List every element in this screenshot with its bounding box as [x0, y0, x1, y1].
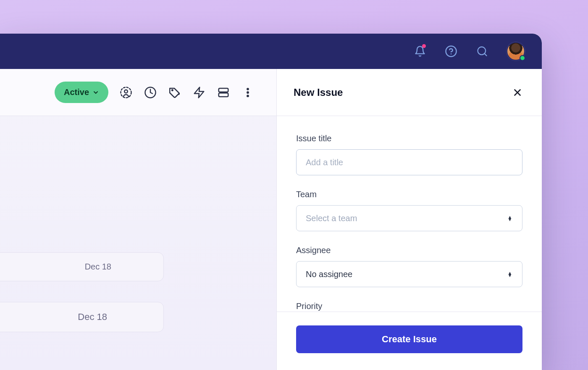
team-select-value: Select a team	[306, 214, 357, 223]
notifications-button[interactable]	[413, 45, 427, 58]
app-window: Active Dec 18 Dec 18 New Issue	[0, 34, 542, 370]
team-select[interactable]: Select a team ▲▼	[296, 205, 522, 231]
new-issue-panel: New Issue Issue title Team Select a team…	[276, 69, 542, 370]
card-date: Dec 18	[2, 312, 153, 322]
bolt-icon	[193, 86, 205, 99]
top-navbar	[0, 34, 542, 69]
panel-header: New Issue	[277, 69, 542, 116]
panel-body: Issue title Team Select a team ▲▼ Assign…	[277, 116, 542, 312]
team-label: Team	[296, 190, 522, 199]
issue-title-label: Issue title	[296, 134, 522, 143]
svg-point-5	[124, 90, 128, 93]
presence-dot-icon	[520, 55, 525, 61]
chevron-down-icon	[92, 89, 99, 96]
panel-title: New Issue	[294, 87, 343, 98]
panel-footer: Create Issue	[277, 312, 542, 370]
select-caret-icon: ▲▼	[507, 272, 513, 277]
close-panel-button[interactable]	[512, 87, 523, 98]
notification-dot-icon	[422, 44, 426, 48]
svg-marker-8	[194, 87, 204, 98]
list-item[interactable]: Dec 18	[0, 252, 164, 281]
assignee-label: Assignee	[296, 246, 522, 255]
issue-title-field: Issue title	[296, 134, 522, 175]
help-icon	[445, 45, 457, 58]
person-dashed-icon	[120, 86, 132, 99]
filter-active-chip[interactable]: Active	[55, 82, 108, 103]
priority-label: Priority	[296, 301, 522, 311]
select-caret-icon: ▲▼	[507, 216, 513, 221]
help-button[interactable]	[444, 45, 458, 58]
svg-rect-9	[219, 88, 228, 92]
svg-point-12	[247, 91, 249, 93]
rows-icon	[217, 86, 230, 99]
assignee-select-value: No assignee	[306, 270, 352, 279]
time-filter-button[interactable]	[144, 86, 157, 99]
svg-line-3	[484, 53, 486, 56]
kebab-icon	[242, 87, 254, 98]
svg-point-7	[172, 90, 173, 91]
svg-point-13	[247, 95, 249, 97]
search-icon	[476, 45, 488, 57]
svg-point-11	[247, 88, 249, 90]
filter-chip-label: Active	[64, 87, 89, 97]
layout-button[interactable]	[217, 86, 230, 99]
assignee-filter-button[interactable]	[119, 86, 133, 99]
automation-button[interactable]	[192, 86, 206, 99]
svg-rect-10	[219, 93, 228, 97]
list-item[interactable]: Dec 18	[0, 302, 164, 332]
more-menu-button[interactable]	[241, 86, 255, 99]
assignee-select[interactable]: No assignee ▲▼	[296, 261, 522, 287]
clock-icon	[144, 86, 157, 99]
assignee-field: Assignee No assignee ▲▼	[296, 246, 522, 287]
close-icon	[512, 87, 523, 98]
tag-icon	[168, 86, 181, 99]
issue-title-input[interactable]	[296, 149, 522, 175]
user-avatar-button[interactable]	[507, 42, 525, 61]
priority-field: Priority	[296, 301, 522, 311]
create-issue-button[interactable]: Create Issue	[296, 325, 522, 353]
team-field: Team Select a team ▲▼	[296, 190, 522, 231]
tag-filter-button[interactable]	[168, 86, 181, 99]
search-button[interactable]	[475, 45, 489, 58]
card-date: Dec 18	[2, 262, 153, 272]
